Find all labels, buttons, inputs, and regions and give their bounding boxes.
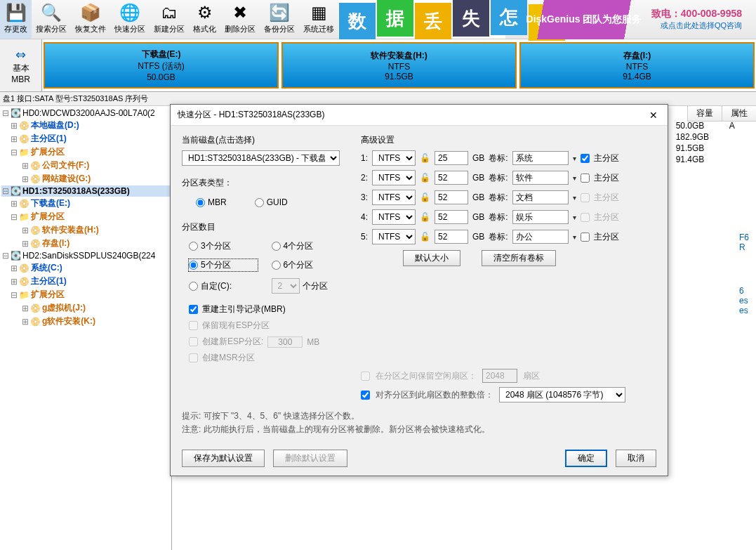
toolbar-icon: ⚙ — [194, 1, 216, 24]
tree-drive-d[interactable]: ⊞📀本地磁盘(D:) — [1, 119, 170, 132]
radio-4-partitions[interactable]: 4个分区 — [272, 240, 340, 252]
tree-drive-c[interactable]: ⊞📀系统(C:) — [1, 261, 170, 275]
partition-block[interactable]: 下载盘(E:)NTFS (活动)50.0GB — [44, 42, 279, 89]
toolbar-系统迁移[interactable]: ▦系统迁移 — [299, 0, 338, 39]
size-input[interactable] — [435, 171, 468, 185]
check-msr: 创建MSR分区 — [189, 352, 340, 364]
lock-icon[interactable]: 🔓 — [420, 153, 430, 163]
fs-select[interactable]: NTFS — [372, 190, 416, 205]
size-input[interactable] — [435, 151, 468, 165]
check-rebuild-mbr[interactable]: 重建主引导记录(MBR) — [189, 303, 340, 315]
btn-save-default[interactable]: 保存为默认设置 — [182, 450, 265, 467]
lock-icon[interactable]: 🔓 — [420, 173, 430, 183]
toolbar-icon: 🔄 — [268, 1, 291, 24]
close-icon[interactable]: ✕ — [646, 110, 661, 121]
label-input[interactable] — [512, 210, 569, 224]
table-header: 容量 属性 — [687, 106, 756, 122]
primary-checkbox[interactable] — [581, 233, 590, 242]
radio-mbr[interactable]: MBR — [196, 197, 227, 207]
btn-ok[interactable]: 确定 — [565, 450, 607, 467]
dropdown-icon[interactable]: ▾ — [573, 174, 576, 182]
toolbar-icon: 🗂 — [158, 1, 180, 24]
tree-drive-h[interactable]: ⊞📀软件安装盘(H:) — [1, 223, 170, 237]
tree-drive-j[interactable]: ⊞📀g虚拟机(J:) — [1, 301, 170, 315]
main-toolbar: 💾存更改🔍搜索分区📦恢复文件🌐快速分区🗂新建分区⚙格式化✖删除分区🔄备份分区▦系… — [0, 0, 756, 39]
toolbar-icon: 🌐 — [119, 1, 141, 24]
tree-main-partition[interactable]: ⊞📀主分区(1) — [1, 132, 170, 145]
lock-icon[interactable]: 🔓 — [420, 212, 430, 222]
btn-cancel[interactable]: 取消 — [616, 450, 656, 467]
partition-block[interactable]: 软件安装盘(H:)NTFS91.5GB — [281, 42, 517, 89]
table-row[interactable]: 182.9GB — [668, 131, 756, 143]
tree-ext-partition[interactable]: ⊟📁扩展分区 — [1, 145, 170, 159]
size-input[interactable] — [435, 210, 468, 224]
radio-guid[interactable]: GUID — [255, 197, 288, 207]
toolbar-存更改[interactable]: 💾存更改 — [0, 0, 32, 39]
toolbar-快速分区[interactable]: 🌐快速分区 — [110, 0, 150, 39]
table-row[interactable]: 91.5GB — [668, 143, 756, 154]
partition-config-row: 4:NTFS🔓GB卷标:▾主分区 — [361, 209, 656, 225]
dropdown-icon[interactable]: ▾ — [573, 233, 576, 241]
check-new-esp: 创建新ESP分区: MB — [189, 336, 340, 348]
banner-char: 数 — [339, 3, 376, 39]
radio-6-partitions[interactable]: 6个分区 — [272, 259, 340, 271]
radio-3-partitions[interactable]: 3个分区 — [189, 240, 258, 252]
toolbar-恢复文件[interactable]: 📦恢复文件 — [71, 0, 110, 39]
tree-drive-i[interactable]: ⊞📀存盘(I:) — [1, 237, 170, 250]
tree-ext-partition-2[interactable]: ⊟📁扩展分区 — [1, 210, 170, 223]
banner-slogan: DiskGenius 团队为您服务 — [479, 0, 689, 39]
tree-main-partition-2[interactable]: ⊞📀主分区(1) — [1, 275, 170, 288]
label-input[interactable] — [512, 171, 569, 185]
toolbar-格式化[interactable]: ⚙格式化 — [189, 0, 220, 39]
align-select[interactable]: 2048 扇区 (1048576 字节) — [499, 387, 625, 402]
table-row[interactable]: 50.0GBA — [668, 120, 756, 131]
btn-default-size[interactable]: 默认大小 — [403, 250, 460, 266]
tree-drive-f[interactable]: ⊞📀公司文件(F:) — [1, 159, 170, 172]
dropdown-icon[interactable]: ▾ — [573, 155, 576, 162]
toolbar-icon: ▦ — [307, 1, 330, 24]
tree-ext-partition-3[interactable]: ⊟📁扩展分区 — [1, 288, 170, 301]
label-input[interactable] — [512, 190, 569, 204]
fs-select[interactable]: NTFS — [372, 209, 416, 225]
toolbar-搜索分区[interactable]: 🔍搜索分区 — [32, 0, 71, 39]
current-disk-select[interactable]: HD1:ST3250318AS(233GB) - 下载盘 — [182, 150, 340, 166]
toolbar-备份分区[interactable]: 🔄备份分区 — [260, 0, 299, 39]
btn-clear-labels[interactable]: 清空所有卷标 — [482, 250, 556, 266]
table-row[interactable]: 91.4GB — [668, 154, 756, 165]
label-input[interactable] — [512, 151, 569, 165]
dropdown-icon[interactable]: ▾ — [573, 194, 576, 202]
tree-drive-k[interactable]: ⊞📀g软件安装(K:) — [1, 315, 170, 328]
dialog-hints: 提示: 可按下 "3、4、5、6" 快速选择分区个数。 注意: 此功能执行后，当… — [182, 410, 490, 436]
dialog-title: 快速分区 - HD1:ST3250318AS(233GB) — [178, 109, 324, 121]
disk-tree[interactable]: ⊟💽HD0:WDCWD3200AAJS-00L7A0(2 ⊞📀本地磁盘(D:) … — [0, 106, 172, 550]
dropdown-icon[interactable]: ▾ — [573, 214, 576, 221]
align-row[interactable]: 对齐分区到此扇区数的整数倍： 2048 扇区 (1048576 字节) — [361, 387, 656, 402]
size-input[interactable] — [435, 190, 468, 204]
tree-hd2[interactable]: ⊟💽HD2:SanDiskSSDPLUS240GB(224 — [1, 250, 170, 261]
tree-hd0[interactable]: ⊟💽HD0:WDCWD3200AAJS-00L7A0(2 — [1, 107, 170, 119]
radio-5-partitions[interactable]: 5个分区 — [189, 259, 258, 271]
label-input[interactable] — [512, 230, 569, 244]
partition-block[interactable]: 存盘(I:)NTFS91.4GB — [519, 42, 755, 89]
lock-icon[interactable]: 🔓 — [420, 232, 430, 242]
tree-drive-g[interactable]: ⊞📀网站建设(G:) — [1, 172, 170, 185]
tree-drive-e[interactable]: ⊞📀下载盘(E:) — [1, 197, 170, 210]
size-input[interactable] — [435, 230, 468, 244]
fs-select[interactable]: NTFS — [372, 170, 416, 185]
fs-select[interactable]: NTFS — [372, 229, 416, 244]
custom-count-select: 2 — [272, 278, 300, 294]
primary-checkbox[interactable] — [581, 173, 590, 183]
disk-type-box[interactable]: ⇔ 基本 MBR — [0, 39, 42, 91]
partition-config-row: 2:NTFS🔓GB卷标:▾主分区 — [361, 170, 656, 185]
nav-arrows-icon[interactable]: ⇔ — [15, 47, 26, 63]
radio-custom-count[interactable]: 自定(C): — [189, 278, 258, 294]
primary-checkbox[interactable] — [581, 154, 590, 163]
tree-hd1[interactable]: ⊟💽HD1:ST3250318AS(233GB) — [1, 185, 170, 197]
toolbar-新建分区[interactable]: 🗂新建分区 — [150, 0, 189, 39]
banner-char: 据 — [377, 0, 413, 37]
lock-icon[interactable]: 🔓 — [420, 192, 430, 202]
partition-config-row: 5:NTFS🔓GB卷标:▾主分区 — [361, 229, 656, 244]
toolbar-删除分区[interactable]: ✖删除分区 — [220, 0, 260, 39]
primary-checkbox — [581, 193, 590, 202]
fs-select[interactable]: NTFS — [372, 150, 416, 166]
